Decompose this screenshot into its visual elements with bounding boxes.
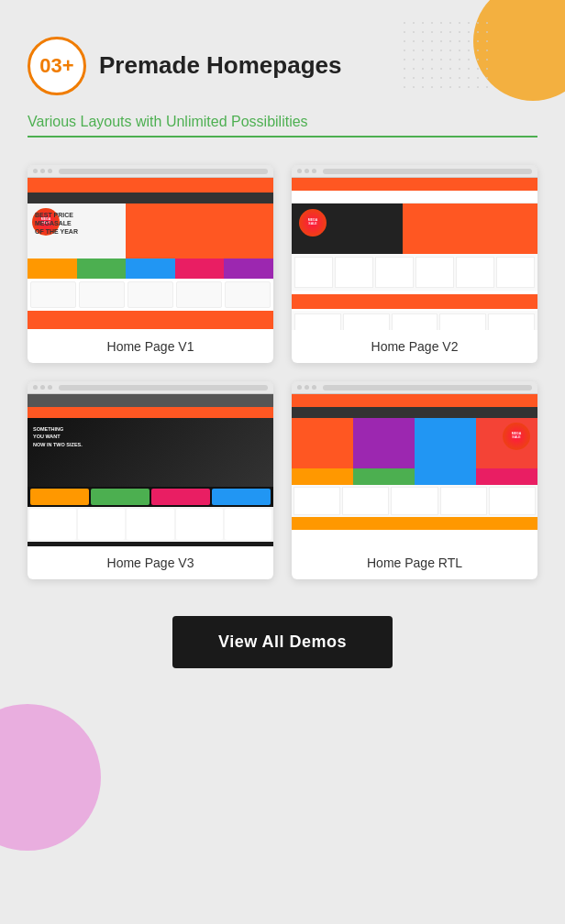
screen-rtl: MEGASALE — [292, 394, 537, 546]
v3-hero: SOMETHINGYOU WANTNOW IN TWO SIZES. — [28, 418, 273, 487]
v2-prod5 — [456, 257, 494, 288]
screen-v2: MEGASALE — [292, 178, 537, 330]
v3-top-nav — [28, 394, 273, 407]
v2-prod10 — [439, 314, 486, 330]
browser-bar-v3 — [28, 381, 273, 394]
browser-bar-v1 — [28, 165, 273, 178]
v1-products — [28, 279, 273, 311]
browser-dot — [312, 385, 316, 390]
demo-card-v3[interactable]: SOMETHINGYOU WANTNOW IN TWO SIZES. — [28, 381, 273, 579]
v3-colorblock — [28, 487, 273, 507]
v2-prod7 — [294, 314, 341, 330]
v1-prod1 — [30, 281, 76, 308]
v1-prod4 — [176, 281, 222, 308]
rtl-hero: MEGASALE — [292, 418, 537, 468]
v1-hero: MEGASALE BEST PRICEMEGASALEOF THE YEAR — [28, 204, 273, 258]
rtl-colorblock — [292, 468, 537, 485]
v2-hero: MEGASALE — [292, 204, 537, 254]
v2-orange-row — [292, 294, 537, 309]
rtl-sub-nav — [292, 407, 537, 418]
v1-orange-row — [28, 311, 273, 329]
screen-v3: SOMETHINGYOU WANTNOW IN TWO SIZES. — [28, 394, 273, 546]
browser-dot — [40, 385, 45, 390]
rtl-prod3 — [391, 487, 438, 515]
v1-top-nav — [28, 178, 273, 192]
browser-url — [323, 385, 532, 390]
v2-prod9 — [392, 314, 438, 330]
v2-prod1 — [294, 257, 333, 288]
main-content: 03+ Premade Homepages Various Layouts wi… — [28, 37, 537, 668]
v3-prod4 — [176, 509, 223, 540]
subtitle-section: Various Layouts with Unlimited Possibili… — [28, 114, 537, 138]
v2-prod2 — [335, 257, 373, 288]
screen-v1: MEGASALE BEST PRICEMEGASALEOF THE YEAR — [28, 178, 273, 330]
demo-label-v3: Home Page V3 — [28, 546, 273, 579]
v1-hero-text: BEST PRICEMEGASALEOF THE YEAR — [35, 211, 78, 236]
v3-sub-nav — [28, 407, 273, 418]
rtl-prod4 — [342, 487, 389, 515]
v3-prod3 — [127, 509, 173, 540]
demo-card-v1[interactable]: MEGASALE BEST PRICEMEGASALEOF THE YEAR — [28, 165, 273, 363]
browser-bar-v2 — [292, 165, 537, 178]
v3-products — [28, 507, 273, 542]
browser-dot — [305, 169, 309, 173]
rtl-orange-row — [292, 517, 537, 530]
subtitle: Various Layouts with Unlimited Possibili… — [28, 114, 308, 130]
v2-prod4 — [415, 257, 454, 288]
rtl-prod2 — [440, 487, 487, 515]
demo-screenshot-rtl: MEGASALE — [292, 381, 537, 546]
v1-sub-nav — [28, 192, 273, 204]
rtl-prod5 — [294, 487, 340, 515]
header-section: 03+ Premade Homepages — [28, 37, 537, 95]
badge-text: 03+ — [39, 56, 73, 76]
browser-url — [323, 169, 532, 174]
v2-prod6 — [496, 257, 535, 288]
browser-dot — [48, 169, 52, 173]
badge-circle: 03+ — [28, 37, 86, 95]
demo-label-rtl: Home Page RTL — [292, 546, 537, 579]
demo-screenshot-v2: MEGASALE — [292, 165, 537, 330]
browser-url — [59, 385, 268, 390]
rtl-products — [292, 485, 537, 517]
v1-prod5 — [225, 281, 271, 308]
browser-dot — [33, 385, 38, 390]
demo-screenshot-v1: MEGASALE BEST PRICEMEGASALEOF THE YEAR — [28, 165, 273, 330]
demos-grid: MEGASALE BEST PRICEMEGASALEOF THE YEAR — [28, 165, 537, 579]
rtl-megasale: MEGASALE — [503, 423, 530, 450]
v2-prod8 — [343, 314, 390, 330]
main-title: Premade Homepages — [99, 51, 341, 80]
browser-dot — [40, 169, 45, 173]
demo-card-v2[interactable]: MEGASALE — [292, 165, 537, 363]
v1-colorblock — [28, 258, 273, 279]
view-all-demos-button[interactable]: View All Demos — [172, 616, 393, 668]
browser-dot — [48, 385, 52, 390]
v2-products2 — [292, 311, 537, 330]
browser-dot — [33, 169, 38, 173]
v2-prod11 — [488, 314, 535, 330]
demo-label-v2: Home Page V2 — [292, 330, 537, 363]
v1-prod2 — [79, 281, 125, 308]
v3-prod5 — [225, 509, 271, 540]
browser-dot — [297, 169, 302, 173]
page-container: 03+ Premade Homepages Various Layouts wi… — [0, 0, 565, 924]
browser-dot — [312, 169, 316, 173]
v1-prod3 — [127, 281, 173, 308]
v2-prod3 — [375, 257, 414, 288]
demo-screenshot-v3: SOMETHINGYOU WANTNOW IN TWO SIZES. — [28, 381, 273, 546]
v3-prod1 — [29, 509, 76, 540]
rtl-prod1 — [489, 487, 536, 515]
deco-circle-bottom-left — [0, 704, 101, 851]
demo-card-rtl[interactable]: MEGASALE — [292, 381, 537, 579]
v3-prod2 — [78, 509, 125, 540]
v2-sub-nav — [292, 191, 537, 204]
subtitle-underline — [28, 136, 537, 138]
demo-label-v1: Home Page V1 — [28, 330, 273, 363]
browser-dot — [297, 385, 302, 390]
v2-products — [292, 254, 537, 291]
v2-megasale: MEGASALE — [299, 209, 327, 236]
cta-section: View All Demos — [28, 616, 537, 668]
v2-top-nav — [292, 178, 537, 191]
browser-url — [59, 169, 268, 174]
browser-dot — [305, 385, 309, 390]
rtl-top-nav — [292, 394, 537, 407]
